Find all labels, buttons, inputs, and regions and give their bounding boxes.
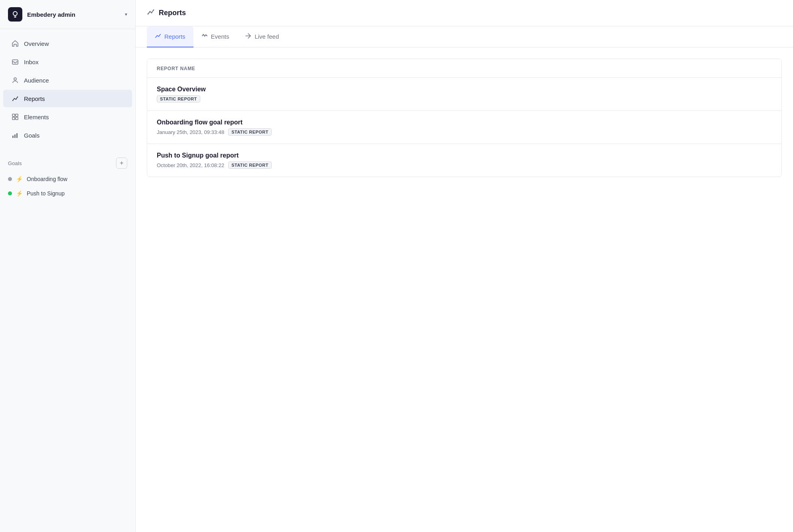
reports-icon: [11, 95, 19, 102]
report-name-push-to-signup: Push to Signup goal report: [157, 152, 772, 159]
svg-point-6: [17, 97, 18, 97]
elements-icon: [11, 113, 19, 121]
sidebar: Embedery admin ▾ Overview Inbox: [0, 0, 136, 532]
app-name: Embedery admin: [27, 11, 120, 18]
svg-point-16: [151, 12, 152, 14]
report-name-space-overview: Space Overview: [157, 86, 772, 93]
report-meta-push-to-signup: October 20th, 2022, 16:08:22 STATIC REPO…: [157, 162, 772, 169]
report-meta-onboarding-flow: January 25th, 2023, 09:33:48 STATIC REPO…: [157, 128, 772, 136]
goal-dot-green: [8, 191, 12, 195]
goal-flow-icon-2: ⚡: [16, 190, 23, 197]
report-meta-space-overview: STATIC REPORT: [157, 95, 772, 102]
goal-item-onboarding-flow[interactable]: ⚡ Onboarding flow: [8, 172, 127, 186]
svg-point-14: [148, 14, 149, 15]
report-date-onboarding-flow: January 25th, 2023, 09:33:48: [157, 129, 224, 135]
tab-live-feed-label: Live feed: [254, 33, 279, 40]
sidebar-nav: Overview Inbox Audience: [0, 29, 135, 150]
svg-point-0: [13, 12, 17, 16]
report-row-push-to-signup[interactable]: Push to Signup goal report October 20th,…: [147, 144, 781, 177]
sidebar-item-audience[interactable]: Audience: [3, 71, 132, 89]
report-badge-space-overview: STATIC REPORT: [157, 95, 200, 102]
audience-icon: [11, 76, 19, 84]
tab-events[interactable]: Events: [193, 26, 237, 47]
svg-point-3: [12, 100, 13, 101]
svg-rect-12: [14, 134, 16, 138]
svg-rect-7: [12, 114, 15, 116]
page-header: Reports: [136, 0, 793, 26]
goal-flow-icon: ⚡: [16, 176, 23, 182]
sidebar-item-elements-label: Elements: [24, 114, 49, 120]
app-logo: [8, 7, 22, 22]
svg-point-17: [153, 10, 154, 11]
report-badge-onboarding-flow: STATIC REPORT: [228, 128, 272, 136]
svg-point-4: [14, 98, 15, 99]
sidebar-item-elements[interactable]: Elements: [3, 108, 132, 126]
tab-live-feed[interactable]: Live feed: [237, 26, 287, 47]
goal-item-push-to-signup-label: Push to Signup: [27, 190, 65, 197]
sidebar-item-audience-label: Audience: [24, 77, 49, 84]
goals-icon: [11, 131, 19, 139]
chevron-down-icon: ▾: [125, 12, 127, 17]
svg-rect-11: [12, 136, 14, 138]
reports-table: REPORT NAME Space Overview STATIC REPORT…: [147, 59, 782, 177]
tab-reports[interactable]: Reports: [147, 26, 193, 47]
goals-section-title: Goals: [8, 160, 22, 166]
sidebar-item-goals[interactable]: Goals: [3, 126, 132, 144]
svg-point-15: [150, 11, 151, 12]
tabs-bar: Reports Events Live feed: [136, 26, 793, 47]
goal-item-push-to-signup[interactable]: ⚡ Push to Signup: [8, 186, 127, 201]
tab-events-icon: [201, 33, 208, 40]
page-reports-icon: [147, 8, 155, 18]
goals-section-header: Goals +: [8, 158, 127, 169]
home-icon: [11, 39, 19, 47]
svg-rect-8: [16, 114, 18, 116]
goal-item-onboarding-flow-label: Onboarding flow: [27, 176, 67, 182]
tab-reports-icon: [155, 33, 161, 40]
page-title: Reports: [159, 9, 186, 17]
report-row-onboarding-flow[interactable]: Onboarding flow goal report January 25th…: [147, 111, 781, 144]
tab-reports-label: Reports: [164, 33, 185, 40]
sidebar-header[interactable]: Embedery admin ▾: [0, 0, 135, 29]
report-badge-push-to-signup: STATIC REPORT: [228, 162, 272, 169]
inbox-icon: [11, 58, 19, 66]
sidebar-item-reports-label: Reports: [24, 95, 45, 102]
svg-rect-13: [16, 133, 18, 138]
goals-section: Goals + ⚡ Onboarding flow ⚡ Push to Sign…: [0, 150, 135, 204]
svg-point-5: [16, 99, 16, 100]
sidebar-item-inbox-label: Inbox: [24, 59, 39, 65]
sidebar-item-overview-label: Overview: [24, 40, 49, 47]
add-goal-button[interactable]: +: [116, 158, 127, 169]
main-content: Reports Reports Events: [136, 0, 793, 532]
report-name-column-header: REPORT NAME: [157, 66, 195, 71]
svg-rect-9: [12, 117, 15, 120]
report-date-push-to-signup: October 20th, 2022, 16:08:22: [157, 162, 224, 168]
sidebar-item-overview[interactable]: Overview: [3, 35, 132, 52]
svg-rect-10: [16, 117, 18, 120]
report-row-space-overview[interactable]: Space Overview STATIC REPORT: [147, 78, 781, 111]
sidebar-item-inbox[interactable]: Inbox: [3, 53, 132, 71]
sidebar-item-goals-label: Goals: [24, 132, 39, 139]
tab-live-feed-icon: [245, 33, 251, 40]
reports-table-header: REPORT NAME: [147, 59, 781, 78]
goal-dot-gray: [8, 177, 12, 181]
tab-events-label: Events: [211, 33, 229, 40]
report-name-onboarding-flow: Onboarding flow goal report: [157, 119, 772, 126]
svg-point-2: [14, 78, 16, 80]
sidebar-item-reports[interactable]: Reports: [3, 90, 132, 107]
content-area: REPORT NAME Space Overview STATIC REPORT…: [136, 47, 793, 532]
